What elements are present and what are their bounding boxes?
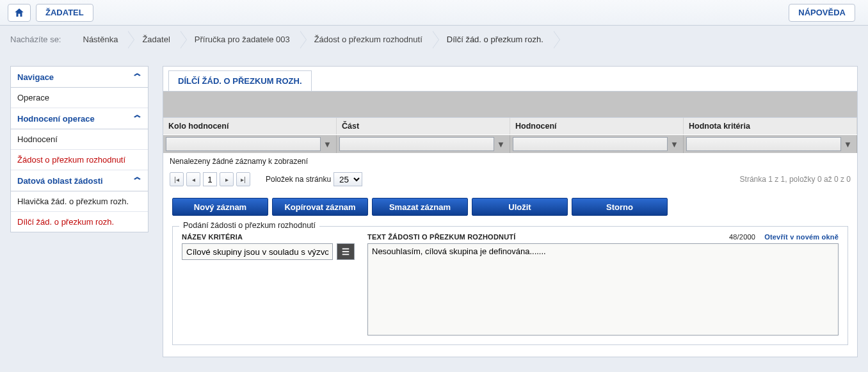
grid-filter-row: ▼ ▼ ▼ ▼	[163, 135, 857, 153]
grey-band	[163, 92, 857, 117]
per-page-label: Položek na stránku	[266, 175, 331, 184]
breadcrumb-item-current: Dílčí žád. o přezkum rozh.	[433, 31, 554, 48]
pager-current-input[interactable]	[203, 172, 217, 186]
funnel-icon[interactable]: ▼	[497, 140, 507, 149]
text-zadosti-textarea[interactable]: Nesouhlasím, cílová skupina je definován…	[367, 243, 839, 336]
zadatel-button[interactable]: ŽADATEL	[36, 4, 93, 22]
grid-col-cast[interactable]: Část	[337, 118, 510, 134]
sidebar: Navigace ⌃ Operace Hodnocení operace ⌃ H…	[10, 66, 149, 232]
pager-first-button[interactable]: |◂	[170, 172, 184, 186]
funnel-icon[interactable]: ▼	[844, 140, 854, 149]
grid-col-hodnoceni[interactable]: Hodnocení	[510, 118, 684, 134]
sidebar-head-label: Datová oblast žádosti	[17, 176, 103, 186]
chevron-up-icon: ⌃	[131, 72, 143, 82]
filter-input-hodnota[interactable]	[686, 137, 841, 151]
chevron-up-icon: ⌃	[131, 175, 143, 186]
breadcrumb-item[interactable]: Nástěnka	[69, 31, 129, 48]
sidebar-item-hlavicka[interactable]: Hlavička žád. o přezkum rozh.	[11, 191, 148, 212]
sidebar-item-zadost-prezkum[interactable]: Žádost o přezkum rozhodnutí	[11, 150, 148, 170]
funnel-icon[interactable]: ▼	[323, 140, 334, 149]
sidebar-item-dilci[interactable]: Dílčí žád. o přezkum rozh.	[11, 212, 148, 232]
list-icon	[341, 247, 350, 256]
pager: |◂ ◂ ▸ ▸| Položek na stránku 25 Stránka …	[163, 170, 857, 191]
char-counter: 48/2000	[729, 233, 755, 241]
chevron-up-icon: ⌃	[131, 113, 143, 124]
sidebar-head-data[interactable]: Datová oblast žádosti ⌃	[11, 170, 148, 191]
breadcrumb-item[interactable]: Žádost o přezkum rozhodnutí	[300, 31, 433, 48]
breadcrumb-item[interactable]: Žadatel	[128, 31, 180, 48]
lookup-button[interactable]	[337, 243, 355, 260]
kopirovat-zaznam-button[interactable]: Kopírovat záznam	[272, 198, 368, 216]
pager-last-button[interactable]: ▸|	[236, 172, 250, 186]
breadcrumb-label: Nacházíte se:	[10, 35, 61, 44]
pager-next-button[interactable]: ▸	[220, 172, 234, 186]
filter-input-hodnoceni[interactable]	[513, 137, 668, 151]
breadcrumb: Nacházíte se: Nástěnka Žadatel Příručka …	[0, 26, 868, 56]
tab-header: DÍLČÍ ŽÁD. O PŘEZKUM ROZH.	[163, 67, 857, 92]
form-fieldset: Podání žádosti o přezkum rozhodnutí NÁZE…	[172, 226, 848, 345]
nazev-kriteria-label: NÁZEV KRITÉRIA	[182, 233, 355, 241]
svg-rect-2	[342, 254, 350, 255]
ulozit-button[interactable]: Uložit	[472, 198, 568, 216]
nazev-kriteria-input[interactable]	[182, 243, 333, 260]
grid-empty-message: Nenalezeny žádné záznamy k zobrazení	[163, 153, 857, 170]
home-icon	[13, 7, 25, 19]
novy-zaznam-button[interactable]: Nový záznam	[172, 198, 268, 216]
pager-info: Stránka 1 z 1, položky 0 až 0 z 0	[740, 175, 851, 184]
sidebar-head-navigace[interactable]: Navigace ⌃	[11, 67, 148, 88]
sidebar-head-hodnoceni[interactable]: Hodnocení operace ⌃	[11, 108, 148, 129]
text-zadosti-label-row: TEXT ŽÁDOSTI O PŘEZKUM ROZHODNUTÍ 48/200…	[367, 233, 839, 241]
fieldset-legend: Podání žádosti o přezkum rozhodnutí	[179, 221, 319, 230]
funnel-icon[interactable]: ▼	[670, 140, 680, 149]
sidebar-head-label: Navigace	[17, 72, 54, 82]
pager-prev-button[interactable]: ◂	[186, 172, 200, 186]
svg-rect-1	[342, 251, 350, 252]
filter-input-kolo[interactable]	[166, 137, 321, 151]
smazat-zaznam-button[interactable]: Smazat záznam	[372, 198, 468, 216]
svg-rect-0	[342, 248, 350, 250]
tab-dilci[interactable]: DÍLČÍ ŽÁD. O PŘEZKUM ROZH.	[168, 70, 312, 91]
napoveda-button[interactable]: NÁPOVĚDA	[789, 4, 855, 22]
text-zadosti-label: TEXT ŽÁDOSTI O PŘEZKUM ROZHODNUTÍ	[367, 233, 515, 241]
grid-header: Kolo hodnocení Část Hodnocení Hodnota kr…	[163, 117, 857, 135]
grid-col-kolo[interactable]: Kolo hodnocení	[163, 118, 337, 134]
storno-button[interactable]: Storno	[572, 198, 668, 216]
topbar: ŽADATEL NÁPOVĚDA	[0, 0, 868, 26]
sidebar-head-label: Hodnocení operace	[17, 114, 95, 124]
filter-input-cast[interactable]	[339, 137, 494, 151]
grid-col-hodnota[interactable]: Hodnota kritéria	[684, 118, 857, 134]
breadcrumb-item[interactable]: Příručka pro žadatele 003	[181, 31, 300, 48]
action-row: Nový záznam Kopírovat záznam Smazat zázn…	[163, 191, 857, 222]
home-button[interactable]	[8, 4, 31, 22]
content-panel: DÍLČÍ ŽÁD. O PŘEZKUM ROZH. Kolo hodnocen…	[163, 66, 858, 357]
per-page-select[interactable]: 25	[334, 172, 362, 186]
sidebar-item-operace[interactable]: Operace	[11, 88, 148, 108]
sidebar-item-hodnoceni[interactable]: Hodnocení	[11, 129, 148, 150]
open-new-window-link[interactable]: Otevřít v novém okně	[764, 233, 839, 241]
